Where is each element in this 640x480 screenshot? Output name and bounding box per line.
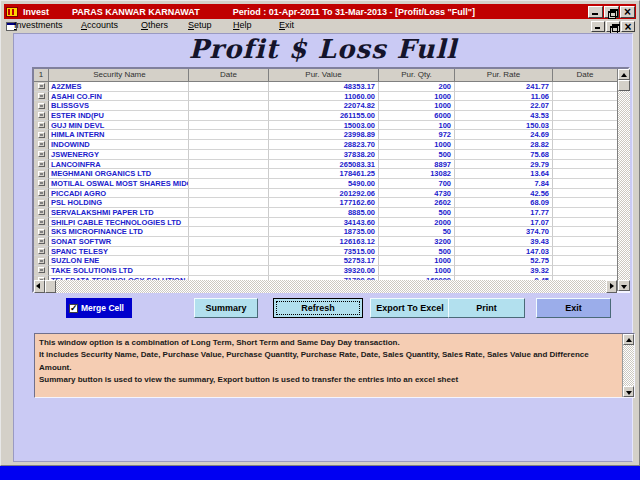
cell-pur-qty: 1000	[379, 140, 455, 150]
cell-date-2	[553, 140, 617, 150]
cell-security-name: SKS MICROFINANCE LTD	[49, 227, 189, 237]
horizontal-scroll-track[interactable]	[56, 280, 606, 293]
restore-icon[interactable]	[604, 6, 619, 18]
table-row[interactable]: JSWENERGY 37838.20 500 75.68	[34, 150, 617, 160]
row-selector[interactable]	[34, 160, 49, 170]
column-header-date[interactable]: Date	[189, 69, 269, 82]
row-selector[interactable]	[34, 140, 49, 150]
refresh-button[interactable]: Refresh	[273, 298, 363, 318]
menu-item-investments[interactable]: Investments	[14, 20, 63, 30]
row-selector[interactable]	[34, 218, 49, 228]
cell-pur-rate: 150.03	[455, 121, 553, 131]
row-selector[interactable]	[34, 169, 49, 179]
print-button[interactable]: Print	[448, 298, 525, 318]
scroll-up-icon[interactable]	[618, 69, 630, 80]
grid-corner-cell[interactable]: 1	[34, 69, 49, 82]
row-expand-icon	[38, 219, 45, 225]
table-row[interactable]: PSL HOLDING 177162.60 2602 68.09	[34, 198, 617, 208]
export-to-excel-button[interactable]: Export To Excel	[370, 298, 450, 318]
table-row[interactable]: ASAHI CO.FIN 11060.00 1000 11.06	[34, 92, 617, 102]
table-row[interactable]: SERVALAKSHMI PAPER LTD 8885.00 500 17.77	[34, 208, 617, 218]
exit-button[interactable]: Exit	[536, 298, 611, 318]
row-selector[interactable]	[34, 208, 49, 218]
column-header-pur-rate[interactable]: Pur. Rate	[455, 69, 553, 82]
row-selector[interactable]	[34, 227, 49, 237]
cell-pur-qty: 13082	[379, 169, 455, 179]
cell-pur-rate: 39.32	[455, 266, 553, 276]
child-minimize-icon[interactable]	[591, 21, 605, 32]
description-scrollbar[interactable]	[622, 334, 634, 397]
row-selector[interactable]	[34, 237, 49, 247]
row-selector[interactable]	[34, 130, 49, 140]
minimize-icon[interactable]	[588, 6, 603, 18]
row-selector[interactable]	[34, 179, 49, 189]
column-header-pur-value[interactable]: Pur. Value	[269, 69, 379, 82]
horizontal-scroll-thumb[interactable]	[45, 280, 56, 293]
menu-item-help[interactable]: Help	[233, 20, 252, 30]
table-row[interactable]: HIMLA INTERN 23998.89 972 24.69	[34, 130, 617, 140]
column-header-pur-qty[interactable]: Pur. Qty.	[379, 69, 455, 82]
cell-pur-qty: 100	[379, 121, 455, 131]
cell-pur-value: 22074.82	[269, 101, 379, 111]
table-row[interactable]: SONAT SOFTWR 126163.12 3200 39.43	[34, 237, 617, 247]
description-text: This window option is a combination of L…	[35, 334, 622, 397]
table-row[interactable]: SUZLON ENE 52753.17 1000 52.75	[34, 256, 617, 266]
table-row[interactable]: SHILPI CABLE TECHNOLOGIES LTD 34143.60 2…	[34, 218, 617, 228]
horizontal-scrollbar[interactable]	[34, 280, 617, 293]
child-close-icon[interactable]	[621, 21, 635, 32]
table-row[interactable]: INDOWIND 28823.70 1000 28.82	[34, 140, 617, 150]
row-selector[interactable]	[34, 266, 49, 276]
row-selector[interactable]	[34, 150, 49, 160]
row-selector[interactable]	[34, 92, 49, 102]
table-row[interactable]: A2ZMES 48353.17 200 241.77	[34, 82, 617, 92]
cell-date	[189, 189, 269, 199]
scroll-down-icon[interactable]	[618, 280, 630, 291]
row-selector[interactable]	[34, 82, 49, 92]
table-row[interactable]: MOTILAL OSWAL MOST SHARES MIDCAP 5490.00…	[34, 179, 617, 189]
table-row[interactable]: SPANC TELESY 73515.00 500 147.03	[34, 247, 617, 257]
cell-date	[189, 140, 269, 150]
cell-date	[189, 218, 269, 228]
row-selector[interactable]	[34, 189, 49, 199]
cell-security-name: ASAHI CO.FIN	[49, 92, 189, 102]
row-selector[interactable]	[34, 101, 49, 111]
desc-scroll-down-icon[interactable]	[623, 386, 634, 397]
summary-button[interactable]: Summary	[194, 298, 258, 318]
table-row[interactable]: BLISSGVS 22074.82 1000 22.07	[34, 101, 617, 111]
menu-item-accounts[interactable]: Accounts	[81, 20, 118, 30]
desc-scroll-up-icon[interactable]	[623, 334, 634, 345]
vertical-scrollbar[interactable]	[617, 69, 630, 291]
table-row[interactable]: ESTER IND(PU 261155.00 6000 43.53	[34, 111, 617, 121]
table-row[interactable]: PICCADI AGRO 201292.06 4730 42.56	[34, 189, 617, 199]
table-row[interactable]: SKS MICROFINANCE LTD 18735.00 50 374.70	[34, 227, 617, 237]
menu-item-setup[interactable]: Setup	[188, 20, 212, 30]
row-selector[interactable]	[34, 256, 49, 266]
scroll-left-icon[interactable]	[34, 280, 45, 293]
row-selector[interactable]	[34, 121, 49, 131]
row-expand-icon	[38, 171, 45, 177]
table-row[interactable]: LANCOINFRA 265083.31 8897 29.79	[34, 160, 617, 170]
vertical-scroll-thumb[interactable]	[618, 80, 630, 91]
desc-scroll-track[interactable]	[623, 345, 634, 386]
row-selector[interactable]	[34, 111, 49, 121]
close-icon[interactable]	[620, 6, 635, 18]
row-selector[interactable]	[34, 247, 49, 257]
table-row[interactable]: TAKE SOLUTIONS LTD 39320.00 1000 39.32	[34, 266, 617, 276]
menu-bar: InvestmentsAccountsOthersSetupHelpExit	[4, 19, 636, 33]
row-selector[interactable]	[34, 198, 49, 208]
cell-pur-value: 201292.06	[269, 189, 379, 199]
merge-cell-checkbox[interactable]	[69, 304, 78, 313]
menu-item-exit[interactable]: Exit	[279, 20, 294, 30]
table-row[interactable]: MEGHMANI ORGANICS LTD 178461.25 13082 13…	[34, 169, 617, 179]
scroll-right-icon[interactable]	[606, 280, 617, 293]
column-header-date-2[interactable]: Date	[553, 69, 617, 82]
cell-pur-rate: 24.69	[455, 130, 553, 140]
vertical-scroll-track[interactable]	[618, 91, 630, 280]
table-row[interactable]: GUJ MIN DEVL 15003.00 100 150.03	[34, 121, 617, 131]
grid-body: A2ZMES 48353.17 200 241.77 ASAHI CO.FIN …	[34, 82, 617, 280]
cell-pur-value: 15003.00	[269, 121, 379, 131]
column-header-security-name[interactable]: Security Name	[49, 69, 189, 82]
title-bar[interactable]: Invest PARAS KANWAR KARNAWAT Period : 01…	[4, 4, 636, 19]
menu-item-others[interactable]: Others	[141, 20, 168, 30]
child-restore-icon[interactable]	[606, 21, 620, 32]
